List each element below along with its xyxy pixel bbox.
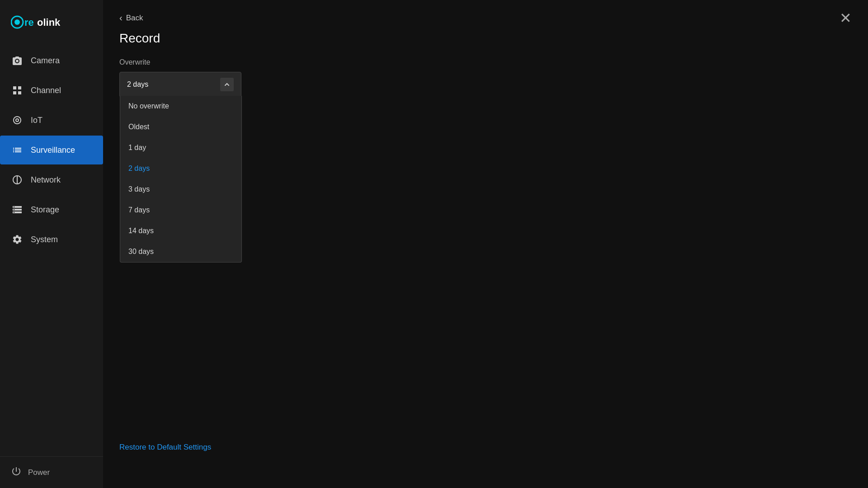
- option-no-overwrite[interactable]: No overwrite: [120, 96, 241, 117]
- restore-defaults-link[interactable]: Restore to Default Settings: [119, 443, 211, 452]
- sidebar-item-camera[interactable]: Camera: [0, 46, 103, 75]
- sidebar-item-label: System: [31, 235, 58, 244]
- sidebar-item-surveillance[interactable]: Surveillance: [0, 136, 103, 164]
- back-button[interactable]: ‹ Back: [119, 13, 143, 23]
- sidebar-item-storage[interactable]: Storage: [0, 195, 103, 224]
- option-14-days[interactable]: 14 days: [120, 221, 241, 241]
- logo-svg: re olink: [11, 13, 74, 32]
- option-30-days[interactable]: 30 days: [120, 241, 241, 262]
- overwrite-selected-value: 2 days: [127, 80, 148, 89]
- sidebar-item-system[interactable]: System: [0, 225, 103, 254]
- option-3-days[interactable]: 3 days: [120, 179, 241, 200]
- system-icon: [11, 233, 24, 246]
- power-button[interactable]: Power: [11, 466, 92, 479]
- top-bar: ‹ Back: [103, 0, 868, 23]
- back-arrow-icon: ‹: [119, 13, 123, 23]
- sidebar: re olink Camera Channel: [0, 0, 103, 488]
- option-7-days[interactable]: 7 days: [120, 200, 241, 221]
- svg-text:re: re: [24, 17, 34, 28]
- close-button[interactable]: ✕: [840, 11, 852, 25]
- option-oldest[interactable]: Oldest: [120, 117, 241, 137]
- sidebar-item-label: Surveillance: [31, 145, 75, 155]
- iot-icon: [11, 114, 24, 127]
- storage-icon: [11, 203, 24, 216]
- sidebar-item-label: Camera: [31, 56, 60, 66]
- overwrite-dropdown[interactable]: 2 days No overwrite Oldest 1 day 2 days: [119, 72, 241, 97]
- sidebar-item-label: Network: [31, 175, 61, 185]
- content-area: Overwrite 2 days No overwrite Oldest 1 d…: [103, 58, 868, 136]
- sidebar-item-network[interactable]: Network: [0, 165, 103, 194]
- sidebar-footer: Power: [0, 456, 103, 488]
- sidebar-navigation: Camera Channel IoT: [0, 46, 103, 456]
- power-label: Power: [28, 468, 50, 477]
- surveillance-icon: [11, 144, 24, 156]
- option-1-day[interactable]: 1 day: [120, 137, 241, 158]
- channel-icon: [11, 84, 24, 97]
- svg-text:olink: olink: [37, 17, 61, 28]
- sidebar-item-label: Storage: [31, 205, 59, 215]
- restore-label: Restore to Default Settings: [119, 443, 211, 451]
- overwrite-dropdown-menu: No overwrite Oldest 1 day 2 days 3 days …: [120, 96, 242, 263]
- main-content: ‹ Back ✕ Record Overwrite 2 days No over…: [103, 0, 868, 488]
- reolink-logo: re olink: [11, 13, 92, 32]
- option-2-days[interactable]: 2 days: [120, 158, 241, 179]
- sidebar-item-iot[interactable]: IoT: [0, 106, 103, 135]
- network-icon: [11, 174, 24, 186]
- back-label: Back: [126, 14, 143, 23]
- svg-point-1: [14, 19, 20, 25]
- sidebar-item-label: IoT: [31, 116, 42, 125]
- page-title: Record: [103, 23, 868, 58]
- sidebar-item-channel[interactable]: Channel: [0, 76, 103, 105]
- camera-icon: [11, 54, 24, 67]
- logo-area: re olink: [0, 0, 103, 46]
- overwrite-label: Overwrite: [119, 58, 852, 66]
- dropdown-arrow-icon: [220, 78, 234, 91]
- close-icon: ✕: [840, 10, 852, 26]
- sidebar-item-label: Channel: [31, 86, 61, 95]
- power-icon: [11, 466, 22, 479]
